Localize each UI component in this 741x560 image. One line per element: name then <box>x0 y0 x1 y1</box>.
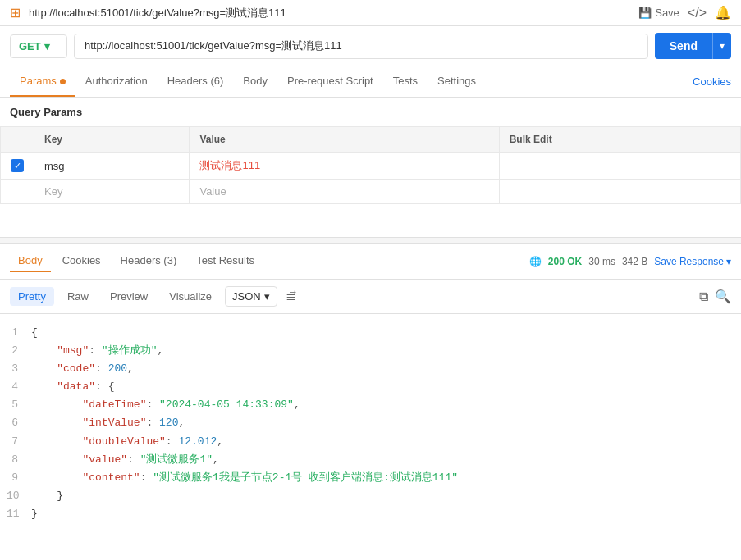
line-number: 9 <box>7 469 31 487</box>
code-line: 1{ <box>0 324 741 342</box>
fmt-pretty-button[interactable]: Pretty <box>10 287 54 306</box>
cookies-link[interactable]: Cookies <box>693 75 731 88</box>
empty-key[interactable]: Key <box>34 180 190 204</box>
tab-body[interactable]: Body <box>233 66 277 97</box>
line-content: "msg": "操作成功", <box>31 342 163 360</box>
line-content: } <box>31 487 63 505</box>
line-content: "code": 200, <box>31 360 134 378</box>
response-size: 342 B <box>622 256 647 267</box>
params-dot <box>60 79 66 84</box>
json-dropdown[interactable]: JSON ▾ <box>225 286 277 307</box>
url-input[interactable] <box>74 34 648 59</box>
globe-icon: 🌐 <box>529 256 542 267</box>
tab-settings[interactable]: Settings <box>428 66 486 97</box>
col-bulk-edit[interactable]: Bulk Edit <box>499 127 740 153</box>
line-content: "intValue": 120, <box>31 414 185 432</box>
wrap-icon[interactable]: ≡⃗ <box>286 289 296 304</box>
empty-checkbox-cell <box>1 180 34 204</box>
save-response-button[interactable]: Save Response ▾ <box>654 256 731 267</box>
top-bar-url: http://localhost:51001/tick/getValue?msg… <box>29 6 630 20</box>
format-bar-right: ⧉ 🔍 <box>699 289 731 304</box>
app-icon: ⊞ <box>10 5 21 20</box>
response-tabs: Body Cookies Headers (3) Test Results 🌐 … <box>0 244 741 280</box>
row-key[interactable]: msg <box>34 153 190 180</box>
method-chevron-icon: ▾ <box>44 40 50 52</box>
code-line: 11} <box>0 505 741 523</box>
rtab-cookies[interactable]: Cookies <box>54 250 109 272</box>
line-number: 4 <box>7 378 31 396</box>
chevron-down-icon: ▾ <box>726 256 731 267</box>
table-row: msg 测试消息111 <box>1 153 741 180</box>
line-content: "value": "测试微服务1", <box>31 451 219 469</box>
code-line: 8 "value": "测试微服务1", <box>0 451 741 469</box>
json-label: JSON <box>232 290 261 303</box>
line-number: 7 <box>7 433 31 451</box>
col-key: Key <box>34 127 190 153</box>
code-line: 6 "intValue": 120, <box>0 414 741 432</box>
row-value[interactable]: 测试消息111 <box>190 153 499 180</box>
response-code-area: 1{2 "msg": "操作成功",3 "code": 200,4 "data"… <box>0 314 741 533</box>
fmt-preview-button[interactable]: Preview <box>102 287 156 306</box>
line-number: 8 <box>7 451 31 469</box>
row-checkbox[interactable] <box>11 159 24 172</box>
code-line: 9 "content": "测试微服务1我是子节点2-1号 收到客户端消息:测试… <box>0 469 741 487</box>
row-bulk <box>499 153 740 180</box>
tab-authorization[interactable]: Authorization <box>75 66 158 97</box>
request-tabs: Params Authorization Headers (6) Body Pr… <box>0 66 741 98</box>
method-label: GET <box>19 40 41 52</box>
send-dropdown-button[interactable]: ▾ <box>712 33 731 59</box>
col-checkbox <box>1 127 34 153</box>
fmt-visualize-button[interactable]: Visualize <box>161 287 220 306</box>
line-content: "content": "测试微服务1我是子节点2-1号 收到客户端消息:测试消息… <box>31 469 458 487</box>
col-value: Value <box>190 127 499 153</box>
code-line: 5 "dateTime": "2024-04-05 14:33:09", <box>0 396 741 414</box>
send-btn-group: Send ▾ <box>655 33 731 59</box>
json-chevron-icon: ▾ <box>264 290 270 303</box>
rtab-test-results[interactable]: Test Results <box>188 250 263 272</box>
tab-tests[interactable]: Tests <box>383 66 428 97</box>
line-content: "dateTime": "2024-04-05 14:33:09", <box>31 396 300 414</box>
search-button[interactable]: 🔍 <box>715 289 731 304</box>
status-badge: 200 OK <box>548 256 582 267</box>
line-number: 6 <box>7 414 31 432</box>
tab-prerequest[interactable]: Pre-request Script <box>277 66 383 97</box>
code-line: 2 "msg": "操作成功", <box>0 342 741 360</box>
table-row-empty: Key Value <box>1 180 741 204</box>
line-number: 10 <box>7 487 31 505</box>
response-time: 30 ms <box>588 256 615 267</box>
code-button[interactable]: </> <box>688 6 707 20</box>
line-number: 11 <box>7 505 31 523</box>
empty-bulk <box>499 180 740 204</box>
tab-params[interactable]: Params <box>10 66 75 97</box>
line-number: 5 <box>7 396 31 414</box>
line-number: 2 <box>7 342 31 360</box>
method-select[interactable]: GET ▾ <box>10 34 67 58</box>
row-checkbox-cell[interactable] <box>1 153 34 180</box>
notification-button[interactable]: 🔔 <box>715 5 731 20</box>
code-line: 4 "data": { <box>0 378 741 396</box>
code-line: 10 } <box>0 487 741 505</box>
top-bar-actions: 💾 Save </> 🔔 <box>638 5 731 20</box>
line-number: 1 <box>7 324 31 342</box>
query-params-title: Query Params <box>0 98 741 126</box>
copy-button[interactable]: ⧉ <box>699 289 708 304</box>
rtab-body[interactable]: Body <box>10 250 51 272</box>
format-bar: Pretty Raw Preview Visualize JSON ▾ ≡⃗ ⧉… <box>0 280 741 314</box>
line-number: 3 <box>7 360 31 378</box>
code-line: 7 "doubleValue": 12.012, <box>0 433 741 451</box>
code-line: 3 "code": 200, <box>0 360 741 378</box>
top-bar: ⊞ http://localhost:51001/tick/getValue?m… <box>0 0 741 26</box>
rtab-headers[interactable]: Headers (3) <box>112 250 185 272</box>
empty-value[interactable]: Value <box>190 180 499 204</box>
response-meta: 🌐 200 OK 30 ms 342 B Save Response ▾ <box>529 256 731 267</box>
section-separator <box>0 237 741 244</box>
line-content: "data": { <box>31 378 114 396</box>
send-button[interactable]: Send <box>655 33 712 59</box>
save-icon: 💾 <box>638 7 652 19</box>
tab-headers[interactable]: Headers (6) <box>158 66 234 97</box>
line-content: } <box>31 505 38 523</box>
fmt-raw-button[interactable]: Raw <box>59 287 97 306</box>
save-button[interactable]: 💾 Save <box>638 7 679 19</box>
request-bar: GET ▾ Send ▾ <box>0 26 741 66</box>
line-content: "doubleValue": 12.012, <box>31 433 223 451</box>
